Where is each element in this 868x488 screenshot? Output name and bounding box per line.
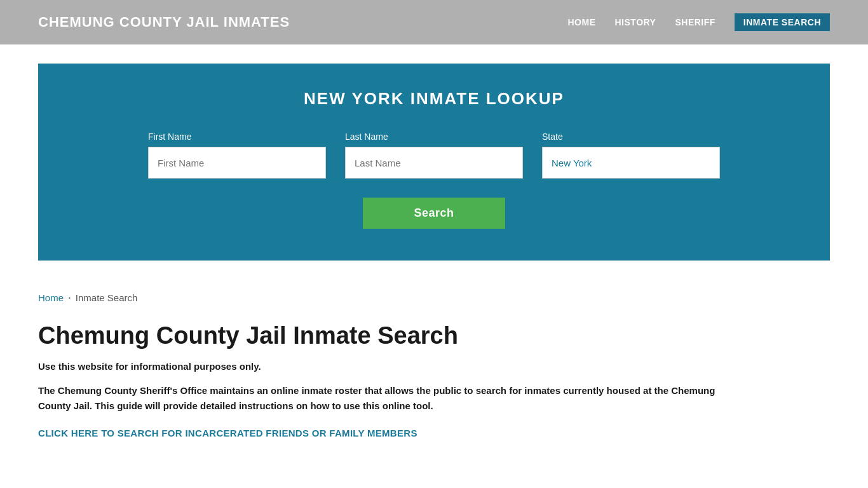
nav-sheriff[interactable]: SHERIFF [675, 17, 715, 27]
search-panel-title: NEW YORK INMATE LOOKUP [76, 89, 792, 109]
state-group: State [542, 132, 720, 179]
search-btn-wrapper: Search [76, 198, 792, 229]
search-fields: First Name Last Name State [76, 132, 792, 179]
page-heading: Chemung County Jail Inmate Search [38, 322, 830, 349]
info-paragraph: The Chemung County Sheriff's Office main… [38, 383, 737, 414]
nav-home[interactable]: HOME [568, 17, 596, 27]
last-name-input[interactable] [345, 147, 523, 179]
breadcrumb-home-link[interactable]: Home [38, 292, 64, 303]
nav-history[interactable]: HISTORY [615, 17, 656, 27]
first-name-label: First Name [148, 132, 326, 142]
site-header: CHEMUNG COUNTY JAIL INMATES HOME HISTORY… [0, 0, 868, 44]
search-panel: NEW YORK INMATE LOOKUP First Name Last N… [38, 64, 830, 261]
search-button[interactable]: Search [363, 198, 505, 229]
state-input[interactable] [542, 147, 720, 179]
click-here-link[interactable]: CLICK HERE to Search for Incarcerated Fr… [38, 428, 417, 438]
site-title: CHEMUNG COUNTY JAIL INMATES [38, 14, 290, 30]
state-label: State [542, 132, 720, 142]
breadcrumb-separator: • [69, 295, 71, 301]
info-line1: Use this website for informational purpo… [38, 361, 830, 372]
main-content: Chemung County Jail Inmate Search Use th… [0, 309, 868, 464]
main-nav: HOME HISTORY SHERIFF INMATE SEARCH [568, 13, 831, 31]
last-name-label: Last Name [345, 132, 523, 142]
last-name-group: Last Name [345, 132, 523, 179]
breadcrumb: Home • Inmate Search [0, 280, 868, 309]
breadcrumb-current: Inmate Search [76, 292, 138, 303]
first-name-input[interactable] [148, 147, 326, 179]
nav-inmate-search[interactable]: INMATE SEARCH [735, 13, 830, 31]
first-name-group: First Name [148, 132, 326, 179]
